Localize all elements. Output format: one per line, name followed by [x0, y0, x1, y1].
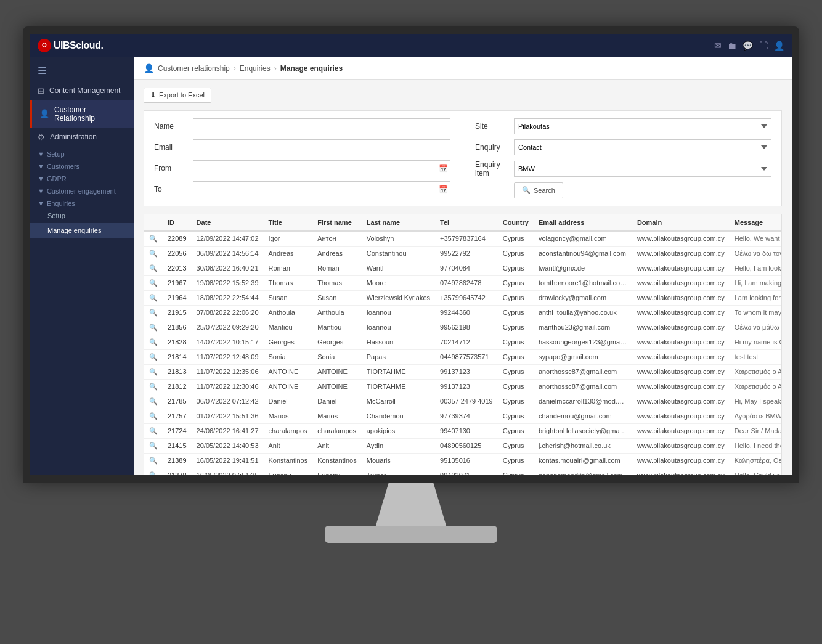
row-message: Θέλω να δω τον brochure για τα αυτοκίνητ… — [730, 246, 782, 261]
row-country: Cyprus — [498, 468, 534, 475]
site-select[interactable]: Pilakoutas All — [514, 118, 771, 134]
row-search-icon[interactable]: 🔍 — [144, 423, 163, 438]
row-email: manthou23@gmail.com — [534, 320, 632, 335]
sidebar-sub-setup[interactable]: Setup — [30, 208, 134, 223]
sidebar-item-content-management[interactable]: ⊞ Content Management — [30, 81, 134, 100]
sidebar-section-setup[interactable]: ▼ Setup — [30, 147, 134, 159]
row-domain: www.pilakoutasgroup.com.cy — [632, 335, 730, 349]
name-input[interactable] — [193, 118, 450, 134]
col-country[interactable]: Country — [498, 214, 534, 231]
col-domain[interactable]: Domain — [632, 214, 730, 231]
row-search-icon[interactable]: 🔍 — [144, 394, 163, 409]
col-id[interactable]: ID — [163, 214, 192, 231]
row-title: Thomas — [264, 275, 313, 290]
row-date: 06/07/2022 07:12:42 — [192, 394, 264, 409]
table-row: 🔍 22089 12/09/2022 14:47:02 Igor Антон V… — [144, 231, 782, 247]
row-message: Hi, I am making a service enquiry, the i… — [730, 275, 782, 290]
row-firstname: Susan — [312, 290, 362, 305]
hamburger-menu[interactable]: ☰ — [30, 60, 134, 81]
row-message: To whom it may concern, I am writing on … — [730, 305, 782, 320]
row-search-icon[interactable]: 🔍 — [144, 290, 163, 305]
row-id: 22089 — [163, 231, 192, 247]
row-search-icon[interactable]: 🔍 — [144, 335, 163, 349]
row-country: Cyprus — [498, 453, 534, 468]
row-search-icon[interactable]: 🔍 — [144, 379, 163, 394]
expand-icon[interactable]: ⛶ — [759, 41, 768, 51]
table-header-row: ID Date Title First name Last name Tel C… — [144, 214, 782, 231]
row-search-icon[interactable]: 🔍 — [144, 231, 163, 247]
row-search-icon[interactable]: 🔍 — [144, 453, 163, 468]
row-lastname: Chandemou — [362, 409, 435, 423]
row-title: charalampos — [264, 423, 313, 438]
row-search-icon[interactable]: 🔍 — [144, 275, 163, 290]
row-firstname: Thomas — [312, 275, 362, 290]
row-id: 21757 — [163, 409, 192, 423]
row-firstname: Andreas — [312, 246, 362, 261]
row-search-icon[interactable]: 🔍 — [144, 305, 163, 320]
breadcrumb-part-2[interactable]: Enquiries — [240, 64, 271, 73]
row-date: 20/05/2022 14:40:53 — [192, 438, 264, 453]
row-domain: www.pilakoutasgroup.com.cy — [632, 231, 730, 247]
enquiry-select[interactable]: Contact All — [514, 139, 771, 155]
user-icon[interactable]: 👤 — [774, 41, 784, 51]
to-input[interactable] — [193, 181, 450, 197]
row-date: 16/05/2022 19:41:51 — [192, 453, 264, 468]
mail-icon[interactable]: ✉ — [714, 41, 722, 51]
sidebar-item-customer-relationship-label: Customer Relationship — [54, 105, 126, 123]
col-firstname[interactable]: First name — [312, 214, 362, 231]
export-excel-button[interactable]: ⬇ Export to Excel — [144, 88, 211, 103]
row-email: hassoungeorges123@gmail.com — [534, 335, 632, 349]
file-icon[interactable]: 🖿 — [728, 41, 736, 51]
row-search-icon[interactable]: 🔍 — [144, 438, 163, 453]
row-tel: 99407130 — [435, 423, 498, 438]
row-title: Daniel — [264, 394, 313, 409]
row-lastname: apokipios — [362, 423, 435, 438]
logo-text: UIBScloud. — [54, 40, 103, 51]
sidebar-section-engagement-label: Customer engagement — [47, 187, 116, 195]
table-row: 🔍 21724 24/06/2022 16:41:27 charalampos … — [144, 423, 782, 438]
row-tel: 99137123 — [435, 379, 498, 394]
sidebar-item-content-management-label: Content Management — [49, 86, 120, 95]
enquiries-table: ID Date Title First name Last name Tel C… — [144, 214, 782, 475]
row-id: 21812 — [163, 379, 192, 394]
from-input[interactable] — [193, 160, 450, 176]
logo-icon: O — [38, 39, 51, 52]
email-input[interactable] — [193, 139, 450, 155]
row-search-icon[interactable]: 🔍 — [144, 349, 163, 364]
col-email[interactable]: Email address — [534, 214, 632, 231]
row-country: Cyprus — [498, 349, 534, 364]
sidebar-item-administration[interactable]: ⚙ Administration — [30, 128, 134, 147]
row-title: Anit — [264, 438, 313, 453]
row-tel: 99244360 — [435, 305, 498, 320]
col-tel[interactable]: Tel — [435, 214, 498, 231]
sidebar-section-customer-engagement[interactable]: ▼ Customer engagement — [30, 184, 134, 196]
col-title[interactable]: Title — [264, 214, 313, 231]
row-firstname: Mantiou — [312, 320, 362, 335]
row-tel: 99562198 — [435, 320, 498, 335]
breadcrumb-part-1[interactable]: Customer relationship — [158, 64, 230, 73]
search-button[interactable]: 🔍 Search — [514, 182, 563, 198]
col-date[interactable]: Date — [192, 214, 264, 231]
sidebar-section-gdpr[interactable]: ▼ GDPR — [30, 171, 134, 184]
row-search-icon[interactable]: 🔍 — [144, 246, 163, 261]
topbar-icons: ✉ 🖿 💬 ⛶ 👤 — [714, 41, 784, 51]
sidebar-item-customer-relationship[interactable]: 👤 Customer Relationship — [30, 100, 134, 128]
row-tel: 97704084 — [435, 261, 498, 275]
row-search-icon[interactable]: 🔍 — [144, 320, 163, 335]
col-message[interactable]: Message — [730, 214, 782, 231]
sidebar-section-enquiries[interactable]: ▼ Enquiries — [30, 196, 134, 208]
row-search-icon[interactable]: 🔍 — [144, 468, 163, 475]
enquiry-item-select[interactable]: BMW All — [514, 161, 771, 177]
row-country: Cyprus — [498, 320, 534, 335]
row-lastname: Moore — [362, 275, 435, 290]
sidebar-sub-manage-enquiries[interactable]: Manage enquiries — [30, 223, 134, 238]
row-search-icon[interactable]: 🔍 — [144, 261, 163, 275]
col-lastname[interactable]: Last name — [362, 214, 435, 231]
row-date: 07/08/2022 22:06:20 — [192, 305, 264, 320]
sidebar-section-customers[interactable]: ▼ Customers — [30, 159, 134, 171]
chat-icon[interactable]: 💬 — [743, 41, 753, 51]
row-search-icon[interactable]: 🔍 — [144, 364, 163, 379]
logo[interactable]: O UIBScloud. — [38, 39, 103, 52]
row-message: Χαιρετισμός ο Αντωνης Τζορτζάκης[BMW118,… — [730, 379, 782, 394]
row-search-icon[interactable]: 🔍 — [144, 409, 163, 423]
